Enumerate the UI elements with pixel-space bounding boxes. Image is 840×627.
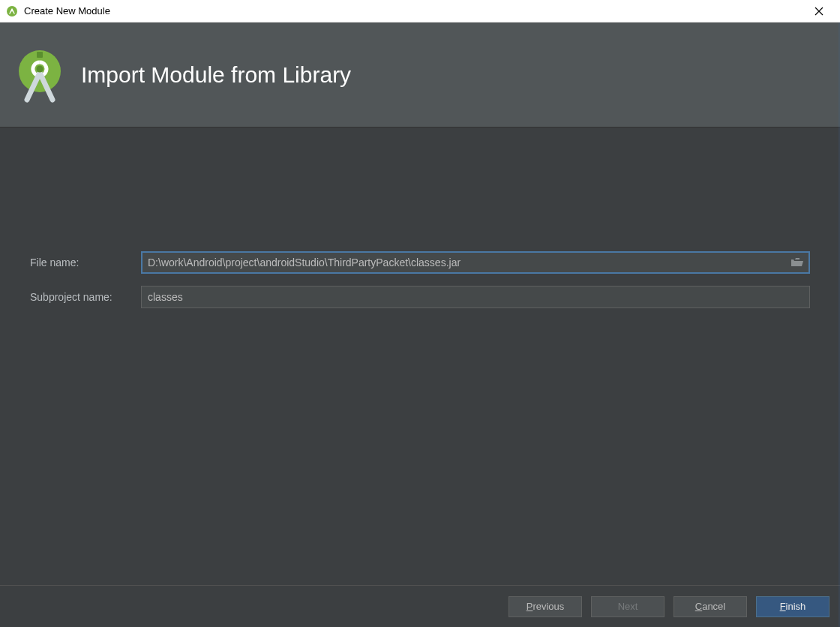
filename-input-wrap (141, 251, 810, 274)
form-row-filename: File name: (30, 251, 810, 274)
android-studio-icon (6, 5, 18, 17)
cancel-mnemonic: C (695, 601, 702, 612)
finish-button[interactable]: Finish (756, 596, 830, 617)
cancel-button[interactable]: Cancel (674, 596, 747, 617)
folder-open-icon (790, 257, 804, 268)
cancel-rest: ancel (702, 601, 725, 612)
footer-button-bar: Previous Next Cancel Finish (0, 585, 840, 627)
svg-rect-3 (37, 52, 43, 58)
filename-input[interactable] (141, 251, 810, 274)
next-button[interactable]: Next (591, 596, 664, 617)
titlebar: Create New Module (0, 0, 840, 22)
filename-label: File name: (30, 256, 141, 268)
browse-file-button[interactable] (790, 257, 804, 268)
finish-mnemonic: F (780, 601, 786, 612)
finish-rest: inish (786, 601, 806, 612)
header-banner: Import Module from Library (0, 22, 840, 128)
svg-point-4 (37, 65, 44, 72)
android-studio-logo (16, 47, 63, 103)
subproject-input-wrap (141, 286, 810, 308)
svg-point-1 (11, 10, 13, 11)
close-icon (814, 7, 824, 16)
previous-button[interactable]: Previous (508, 596, 582, 617)
next-label: Next (618, 601, 638, 612)
content-area: File name: Subproject name: (0, 128, 840, 585)
window-title: Create New Module (24, 5, 110, 16)
subproject-label: Subproject name: (30, 291, 141, 303)
subproject-input[interactable] (141, 286, 810, 308)
close-button[interactable] (804, 1, 834, 22)
page-title: Import Module from Library (81, 62, 351, 88)
form-row-subproject: Subproject name: (30, 286, 810, 308)
previous-rest: revious (532, 601, 564, 612)
